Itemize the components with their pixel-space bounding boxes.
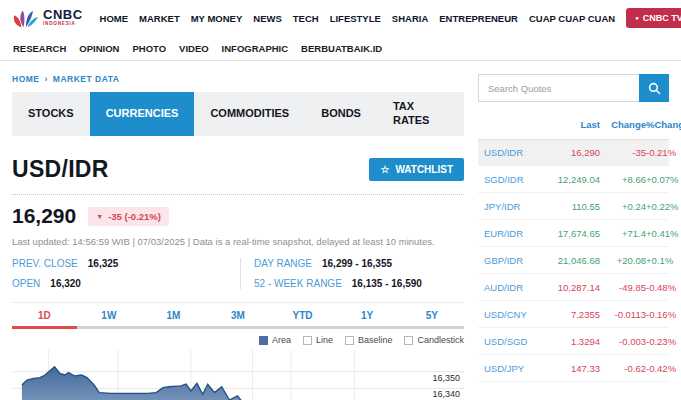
stat-day-range: DAY RANGE16,299 - 16,355 bbox=[254, 258, 464, 269]
star-icon: ☆ bbox=[380, 164, 389, 175]
y-axis-label: 16,350 bbox=[432, 373, 460, 383]
tab-bonds[interactable]: BONDS bbox=[305, 92, 377, 136]
stat-52-week-range: 52 - WEEK RANGE16,135 - 16,590 bbox=[254, 278, 464, 289]
col-last: Last bbox=[540, 119, 600, 130]
breadcrumb-market-data[interactable]: MARKET DATA bbox=[53, 74, 120, 84]
breadcrumb-separator: › bbox=[45, 74, 48, 84]
subnav-item-infographic[interactable]: INFOGRAPHIC bbox=[222, 43, 289, 54]
last-updated-text: Last updated: 14:56:59 WIB | 07/03/2025 … bbox=[12, 236, 464, 247]
down-arrow-icon: ▼ bbox=[96, 213, 103, 220]
search-quotes-input[interactable] bbox=[478, 74, 639, 102]
price-area-chart: 16,35016,34016,330 bbox=[12, 350, 464, 400]
quote-stats: PREV. CLOSE16,325OPEN16,320 DAY RANGE16,… bbox=[12, 258, 464, 289]
tab-commodities[interactable]: COMMODITIES bbox=[194, 92, 305, 136]
period-tab-ytd[interactable]: YTD bbox=[270, 310, 335, 329]
quote-row-usd-cny[interactable]: USD/CNY7.2355-0.0113-0.16% bbox=[478, 301, 669, 328]
subnav-item-photo[interactable]: PHOTO bbox=[132, 43, 166, 54]
nav-item-market[interactable]: MARKET bbox=[139, 13, 180, 24]
brand-name: CNBC bbox=[43, 8, 83, 21]
subnav-item-opinion[interactable]: OPINION bbox=[79, 43, 119, 54]
quote-row-usd-idr[interactable]: USD/IDR16,290-35-0.21% bbox=[478, 139, 669, 166]
quote-row-eur-idr[interactable]: EUR/IDR17,674.65+71.4+0.41% bbox=[478, 220, 669, 247]
nav-item-sharia[interactable]: SHARIA bbox=[392, 13, 428, 24]
currency-quotes-table: Last Change %Change USD/IDR16,290-35-0.2… bbox=[478, 119, 669, 382]
watchlist-button[interactable]: ☆ WATCHLIST bbox=[369, 158, 464, 181]
subnav-item-research[interactable]: RESEARCH bbox=[13, 43, 66, 54]
stat-open: OPEN16,320 bbox=[12, 278, 240, 289]
nav-item-cuap-cuap-cuan[interactable]: CUAP CUAP CUAN bbox=[529, 13, 615, 24]
dotted-divider bbox=[12, 194, 464, 195]
breadcrumb: HOME›MARKET DATA bbox=[12, 74, 464, 84]
period-tab-5y[interactable]: 5Y bbox=[399, 310, 464, 329]
checkbox-icon bbox=[259, 336, 268, 345]
tab-currencies[interactable]: CURRENCIES bbox=[90, 92, 195, 136]
chart-period-tabs: 1D1W1M3MYTD1Y5Y bbox=[12, 302, 464, 329]
search-quotes-button[interactable] bbox=[639, 74, 669, 102]
quote-row-sgd-idr[interactable]: SGD/IDR12,249.04+8.66+0.07% bbox=[478, 166, 669, 193]
last-price: 16,290 bbox=[12, 204, 76, 228]
checkbox-icon bbox=[404, 336, 413, 345]
tab-stocks[interactable]: STOCKS bbox=[12, 92, 90, 136]
nav-item-lifestyle[interactable]: LIFESTYLE bbox=[330, 13, 381, 24]
nav-item-home[interactable]: HOME bbox=[100, 13, 129, 24]
period-tab-1d[interactable]: 1D bbox=[12, 310, 77, 329]
checkbox-icon bbox=[303, 336, 312, 345]
brand-sub: INDONESIA bbox=[43, 22, 83, 27]
search-icon bbox=[648, 82, 661, 95]
chart-type-controls: AreaLineBaselineCandlestick bbox=[12, 335, 464, 345]
subnav-item-video[interactable]: VIDEO bbox=[179, 43, 209, 54]
top-nav-items: HOMEMARKETMY MONEYNEWSTECHLIFESTYLESHARI… bbox=[100, 13, 616, 24]
quote-row-aud-idr[interactable]: AUD/IDR10,287.14-49.85-0.48% bbox=[478, 274, 669, 301]
nav-item-tech[interactable]: TECH bbox=[293, 13, 319, 24]
cnbc-logo[interactable]: CNBC INDONESIA bbox=[12, 8, 83, 29]
page-title: USD/IDR bbox=[12, 156, 109, 183]
cnbc-tv-button[interactable]: ● CNBC TV bbox=[626, 8, 681, 28]
quote-row-jpy-idr[interactable]: JPY/IDR110.55+0.24+0.22% bbox=[478, 193, 669, 220]
period-tab-1y[interactable]: 1Y bbox=[335, 310, 400, 329]
chart-type-line[interactable]: Line bbox=[303, 335, 333, 345]
period-tab-3m[interactable]: 3M bbox=[206, 310, 271, 329]
y-axis-label: 16,340 bbox=[432, 389, 460, 399]
secondary-navigation: RESEARCHOPINIONPHOTOVIDEOINFOGRAPHICBERB… bbox=[0, 36, 681, 61]
peacock-icon bbox=[12, 8, 39, 29]
quote-row-usd-jpy[interactable]: USD/JPY147.33-0.62-0.42% bbox=[478, 355, 669, 382]
top-navigation: CNBC INDONESIA HOMEMARKETMY MONEYNEWSTEC… bbox=[0, 0, 681, 36]
col-pct-change: %Change bbox=[646, 119, 681, 130]
quote-row-usd-sgd[interactable]: USD/SGD1.3294-0.003-0.23% bbox=[478, 328, 669, 355]
nav-item-entrepreneur[interactable]: ENTREPRENEUR bbox=[439, 13, 518, 24]
market-data-tabs: STOCKSCURRENCIESCOMMODITIESBONDSTAX RATE… bbox=[12, 92, 464, 136]
subnav-item-berbuatbaik-id[interactable]: BERBUATBAIK.ID bbox=[301, 43, 382, 54]
quote-row-gbp-idr[interactable]: GBP/IDR21,046.68+20.08+0.1% bbox=[478, 247, 669, 274]
content: HOME›MARKET DATA STOCKSCURRENCIESCOMMODI… bbox=[0, 61, 681, 400]
change-badge: ▼ -35 (-0.21%) bbox=[88, 207, 169, 226]
breadcrumb-home[interactable]: HOME bbox=[12, 74, 40, 84]
period-tab-1w[interactable]: 1W bbox=[77, 310, 142, 329]
price-chart[interactable]: 16,35016,34016,330 bbox=[12, 350, 464, 400]
table-header-row: Last Change %Change bbox=[478, 119, 669, 139]
chart-type-baseline[interactable]: Baseline bbox=[345, 335, 393, 345]
live-dot-icon: ● bbox=[635, 15, 639, 21]
stat-prev-close: PREV. CLOSE16,325 bbox=[12, 258, 240, 269]
checkbox-icon bbox=[345, 336, 354, 345]
quotes-sidebar: Last Change %Change USD/IDR16,290-35-0.2… bbox=[478, 74, 669, 400]
tab-tax-rates[interactable]: TAX RATES bbox=[377, 92, 451, 136]
col-change: Change bbox=[600, 119, 646, 130]
nav-item-my-money[interactable]: MY MONEY bbox=[191, 13, 243, 24]
nav-item-news[interactable]: NEWS bbox=[253, 13, 282, 24]
chart-type-candlestick[interactable]: Candlestick bbox=[404, 335, 464, 345]
period-tab-1m[interactable]: 1M bbox=[141, 310, 206, 329]
chart-type-area[interactable]: Area bbox=[259, 335, 291, 345]
